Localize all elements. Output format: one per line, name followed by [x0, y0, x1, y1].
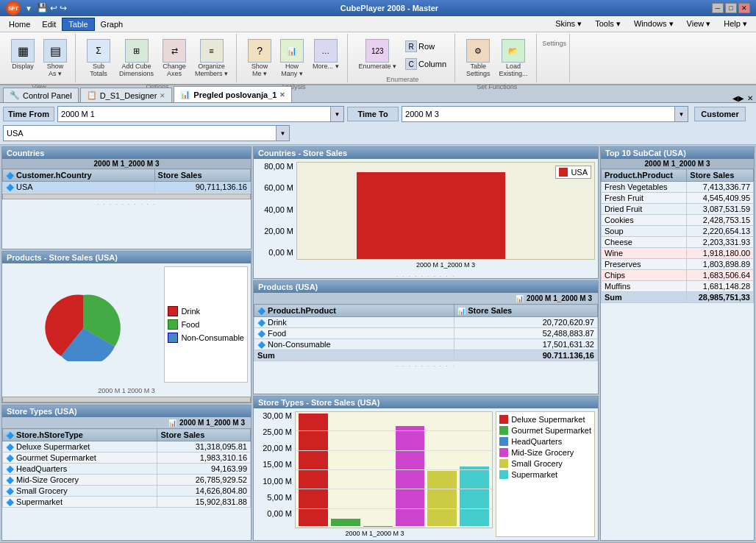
time-from-combo[interactable]: ▼	[57, 106, 344, 122]
top10-row-8[interactable]: Chips 1,683,506.64	[602, 270, 754, 281]
tab-scroll-left[interactable]: ◀	[732, 94, 738, 102]
loadexisting-button[interactable]: 📂 LoadExisting...	[496, 37, 532, 80]
menu-tools[interactable]: Tools ▾	[589, 18, 627, 30]
tab-pregled[interactable]: 📊 Pregled poslovanja_1 ✕	[174, 86, 292, 102]
store-val-small: 14,626,804.80	[157, 486, 251, 497]
time-to-label[interactable]: Time To	[347, 107, 399, 121]
ribbon: ▦ Display ▤ ShowAs ▾ View Σ SubTotals ⊞ …	[0, 32, 756, 85]
top10-cell-ff: Fresh Fruit	[602, 193, 687, 204]
countries-chart-panel: Countries - Store Sales 80,00 M 60,00 M …	[253, 146, 599, 279]
ribbon-showas-button[interactable]: ▤ ShowAs ▾	[40, 37, 71, 80]
time-from-arrow[interactable]: ▼	[330, 107, 343, 121]
store-row-1[interactable]: 🔷 Gourmet Supermarket 1,983,310.16	[3, 452, 251, 464]
top10-row-6[interactable]: Wine 1,918,180.00	[602, 248, 754, 259]
maximize-button[interactable]: □	[725, 3, 737, 13]
menu-table[interactable]: Table	[62, 18, 94, 31]
designer-close[interactable]: ✕	[160, 92, 165, 99]
st-legend-small: Small Grocery	[499, 459, 591, 468]
menu-graph[interactable]: Graph	[95, 18, 129, 30]
menu-skins[interactable]: Skins ▾	[549, 18, 588, 30]
customer-combo[interactable]: ▼	[3, 125, 290, 141]
time-to-input[interactable]	[402, 110, 674, 118]
settings-group-label: Settings	[543, 40, 567, 47]
menu-help[interactable]: Help ▾	[718, 18, 753, 30]
countries-row-usa[interactable]: 🔷 USA 90,711,136.16	[3, 182, 251, 193]
time-from-label[interactable]: Time From	[3, 107, 54, 121]
st-chart-period: 2000 M 1_2000 M 3	[257, 530, 493, 537]
tab-scroll-right[interactable]: ▶	[738, 94, 744, 102]
top10-row-2[interactable]: Dried Fruit 3,087,531.59	[602, 204, 754, 215]
store-row-5[interactable]: 🔷 Supermarket 15,902,831.88	[3, 497, 251, 508]
tab-close-all[interactable]: ✕	[747, 94, 753, 102]
menu-edit[interactable]: Edit	[36, 18, 62, 30]
countries-scrollbar[interactable]	[2, 194, 251, 199]
menu-view[interactable]: View ▾	[681, 18, 717, 30]
store-row-3[interactable]: 🔷 Mid-Size Grocery 26,785,929.52	[3, 475, 251, 486]
changeaxes-icon: ⇄	[163, 39, 186, 63]
time-to-arrow[interactable]: ▼	[674, 107, 688, 121]
store-val-gourmet: 1,983,310.16	[157, 452, 251, 464]
subtotals-button[interactable]: Σ SubTotals	[83, 37, 114, 80]
top10-val-muffins: 1,681,148.28	[687, 281, 754, 292]
usa-legend-color	[559, 168, 568, 177]
top10-row-7[interactable]: Preserves 1,803,898.89	[602, 259, 754, 270]
customer-input[interactable]	[4, 129, 276, 138]
top10-row-1[interactable]: Fresh Fruit 4,545,409.95	[602, 193, 754, 204]
store-row-0[interactable]: 🔷 Deluxe Supermarket 31,318,095.81	[3, 441, 251, 452]
top10-row-9[interactable]: Muffins 1,681,148.28	[602, 281, 754, 292]
tab-designer[interactable]: 📋 D_S1_Designer ✕	[80, 88, 173, 102]
prod-sum-label: Sum	[254, 350, 454, 361]
time-to-combo[interactable]: ▼	[402, 106, 688, 122]
tablesettings-button[interactable]: ⚙ TableSettings	[463, 37, 494, 80]
top10-sum-value: 28,985,751,33	[687, 292, 754, 303]
store-bars-area	[295, 411, 493, 528]
top10-period: 2000 M 1_2000 M 3	[601, 159, 754, 168]
pregled-close[interactable]: ✕	[279, 91, 285, 99]
pregled-icon: 📊	[180, 90, 190, 99]
subtotals-icon: Σ	[87, 39, 110, 63]
prod-row-drink[interactable]: 🔷 Drink 20,720,620.97	[254, 317, 598, 328]
countries-cell-name: 🔷 USA	[3, 182, 155, 193]
products-content: 📊 2000 M 1_2000 M 3 🔷 Product.hProduct 📊…	[254, 293, 598, 394]
ribbon-group-enumerate: 123 Enumerate ▾ R Row C Column Enumerate	[351, 34, 455, 82]
tab-controlpanel[interactable]: 🔧 Control Panel	[3, 88, 79, 102]
howmany-button[interactable]: 📊 HowMany ▾	[277, 37, 307, 80]
prod-row-nonconsumable[interactable]: 🔷 Non-Consumable 17,501,631.32	[254, 339, 598, 350]
addcube-button[interactable]: ⊞ Add CubeDimensions	[115, 37, 157, 80]
chart-y-0: 0,00 M	[268, 248, 293, 257]
ribbon-display-button[interactable]: ▦ Display	[7, 37, 38, 73]
more-button[interactable]: … More... ▾	[309, 37, 343, 73]
st-legend-gourmet: Gourmet Supermarket	[499, 426, 591, 435]
countries-table: 🔷 Customer.hCountry Store Sales 🔷 USA 90…	[2, 168, 251, 193]
top10-row-5[interactable]: Cheese 2,203,331.93	[602, 237, 754, 248]
minimize-button[interactable]: ─	[712, 3, 724, 13]
menu-windows[interactable]: Windows ▾	[628, 18, 680, 30]
products-scrollbar[interactable]	[2, 397, 251, 402]
st-color-small	[499, 459, 508, 468]
prod-cell-nc: 🔷 Non-Consumable	[254, 339, 454, 350]
top10-table: Product.hProduct Store Sales Fresh Veget…	[601, 168, 754, 303]
showme-button[interactable]: ? ShowMe ▾	[244, 37, 275, 80]
top10-cell-soup: Soup	[602, 226, 687, 237]
organize-button[interactable]: ≡ OrganizeMembers ▾	[191, 37, 232, 80]
top10-val-df: 3,087,531.59	[687, 204, 754, 215]
column-button[interactable]: C Column	[402, 56, 450, 72]
time-from-input[interactable]	[58, 110, 330, 118]
customer-arrow[interactable]: ▼	[276, 126, 289, 141]
store-row-2[interactable]: 🔷 HeadQuarters 94,163.99	[3, 464, 251, 475]
prod-row-food[interactable]: 🔷 Food 52,488,883.87	[254, 328, 598, 339]
store-row-4[interactable]: 🔷 Small Grocery 14,626,804.80	[3, 486, 251, 497]
close-button[interactable]: ✕	[738, 3, 750, 13]
row-button[interactable]: R Row	[402, 38, 450, 54]
menu-home[interactable]: Home	[3, 18, 36, 30]
changeaxes-button[interactable]: ⇄ ChangeAxes	[159, 37, 190, 80]
enumerate-button[interactable]: 123 Enumerate ▾	[355, 37, 401, 73]
top10-row-4[interactable]: Soup 2,220,654.13	[602, 226, 754, 237]
store-cell-hq: 🔷 HeadQuarters	[3, 464, 157, 475]
prod-cell-food: 🔷 Food	[254, 328, 454, 339]
top10-row-3[interactable]: Cookies 2,428,753.15	[602, 215, 754, 226]
tablesettings-label: TableSettings	[466, 63, 491, 78]
tabbar: 🔧 Control Panel 📋 D_S1_Designer ✕ 📊 Preg…	[0, 85, 756, 103]
customer-label[interactable]: Customer	[694, 107, 746, 121]
top10-row-0[interactable]: Fresh Vegetables 7,413,336.77	[602, 182, 754, 193]
